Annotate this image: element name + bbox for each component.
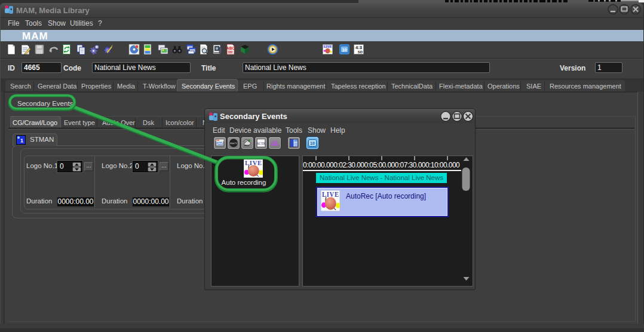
svg-text:10: 10 xyxy=(310,141,315,145)
svg-text:HbbTV: HbbTV xyxy=(230,142,238,145)
svg-text:4:3: 4:3 xyxy=(355,45,362,50)
svg-text:ABC: ABC xyxy=(226,46,235,50)
svg-text:LIVE: LIVE xyxy=(324,45,332,48)
svg-text:1: 1 xyxy=(20,138,23,144)
svg-text:10: 10 xyxy=(342,48,347,52)
svg-text:LIVE: LIVE xyxy=(245,160,262,166)
svg-text:LIVE: LIVE xyxy=(322,190,339,198)
svg-text:SCTE: SCTE xyxy=(257,142,266,145)
svg-text:SD: SD xyxy=(358,50,363,54)
